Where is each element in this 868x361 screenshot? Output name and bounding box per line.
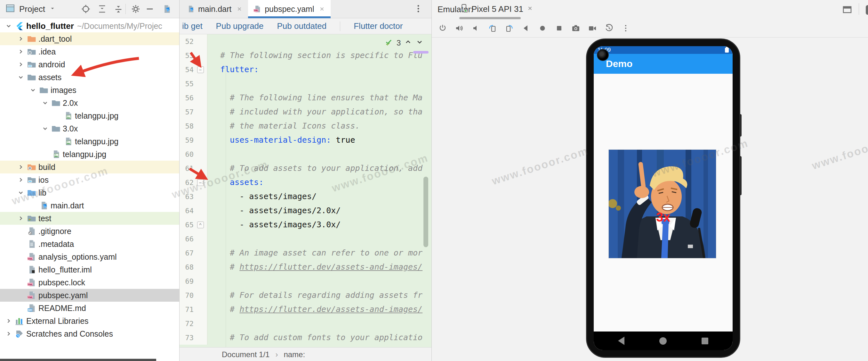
project-pane-icon[interactable] [5, 3, 16, 15]
chevron-right-icon[interactable] [16, 61, 26, 68]
code-line-59[interactable]: 59 uses-material-design: true [180, 133, 431, 147]
code-line-72[interactable]: 72 [180, 316, 431, 331]
window-mode-icon[interactable] [842, 4, 852, 16]
tree-item-telangpu-jpg[interactable]: telangpu.jpg [0, 109, 179, 122]
chevron-right-icon[interactable] [16, 48, 26, 55]
power-icon[interactable] [438, 24, 447, 33]
action-flutter-doctor[interactable]: Flutter doctor [354, 21, 403, 31]
collapse-all-icon[interactable] [113, 4, 124, 14]
code-line-65[interactable]: 65^ - assets/images/3.0x/ [180, 218, 431, 232]
code-text[interactable]: # https://flutter.dev/assets-and-images/ [207, 302, 431, 316]
code-text[interactable]: uses-material-design: true [207, 133, 431, 147]
emulator-device-tab[interactable]: Pixel 5 API 31 [459, 1, 533, 17]
overview-icon[interactable] [555, 24, 564, 33]
code-line-61[interactable]: 61 # To add assets to your application, … [180, 161, 431, 175]
code-line-66[interactable]: 66 [180, 232, 431, 246]
chevron-down-icon[interactable] [40, 125, 51, 132]
tree-item-pubspec-yaml[interactable]: YMLpubspec.yaml [0, 289, 179, 302]
code-line-55[interactable]: 55 [180, 77, 431, 91]
code-editor[interactable]: 5253# The following section is specific … [180, 34, 431, 347]
fold-collapse-icon[interactable]: − [197, 179, 204, 186]
panel-splitter[interactable] [179, 0, 180, 361]
code-line-56[interactable]: 56 # The following line ensures that the… [180, 91, 431, 105]
code-line-71[interactable]: 71 # https://flutter.dev/assets-and-imag… [180, 302, 431, 316]
code-text[interactable]: # https://flutter.dev/assets-and-images/ [207, 260, 431, 274]
tree-item-images[interactable]: images [0, 84, 179, 96]
code-text[interactable]: - assets/images/2.0x/ [207, 203, 431, 218]
tree-item-scratches-and-consoles[interactable]: Scratches and Consoles [0, 327, 179, 340]
chevron-down-icon[interactable] [415, 38, 424, 48]
tree-item-3-0x[interactable]: 3.0x [0, 122, 179, 135]
code-text[interactable]: # To add custom fonts to your applicatio [207, 331, 431, 345]
editor-scrollbar[interactable] [424, 177, 428, 247]
chevron-down-icon[interactable] [40, 99, 51, 107]
tree-item-lib[interactable]: lib [0, 186, 179, 199]
code-text[interactable]: assets: [207, 175, 431, 190]
code-text[interactable]: flutter: [207, 62, 431, 77]
code-text[interactable]: # For details regarding adding assets fr [207, 288, 431, 302]
tree-item-ios[interactable]: ios [0, 173, 179, 186]
chevron-right-icon[interactable] [16, 176, 26, 184]
volume-up-icon[interactable] [455, 24, 464, 33]
close-icon[interactable] [318, 5, 326, 12]
action-pub-upgrade[interactable]: Pub upgrade [216, 21, 264, 31]
code-text[interactable]: # The following section is specific to F… [207, 48, 431, 62]
chevron-down-icon[interactable] [28, 86, 38, 94]
code-line-63[interactable]: 63 - assets/images/ [180, 190, 431, 203]
code-line-68[interactable]: 68 # https://flutter.dev/assets-and-imag… [180, 260, 431, 274]
home-icon[interactable] [538, 24, 547, 33]
chevron-up-icon[interactable] [404, 38, 412, 48]
nav-back-button[interactable] [618, 337, 624, 345]
chevron-right-icon[interactable] [3, 330, 14, 338]
fold-collapse-icon[interactable]: − [197, 66, 204, 73]
code-line-70[interactable]: 70 # For details regarding adding assets… [180, 288, 431, 302]
chevron-right-icon[interactable] [3, 317, 14, 325]
breadcrumb-node[interactable]: name: [284, 350, 305, 359]
action-pub-outdated[interactable]: Pub outdated [277, 21, 327, 31]
scroll-from-source-icon[interactable] [162, 4, 172, 14]
tree-item--idea[interactable]: .idea [0, 45, 179, 58]
hide-panel-icon[interactable] [145, 4, 155, 14]
tree-item-telangpu-jpg[interactable]: telangpu.jpg [0, 148, 179, 161]
project-horizontal-scrollbar[interactable] [0, 359, 156, 361]
more-vertical-icon[interactable] [413, 4, 423, 15]
more-icon[interactable] [621, 24, 630, 33]
tree-item-telangpu-jpg[interactable]: telangpu.jpg [0, 135, 179, 148]
code-text[interactable] [207, 316, 431, 331]
screenshot-icon[interactable] [571, 24, 580, 33]
code-line-57[interactable]: 57 # included with your application, so … [180, 105, 431, 119]
close-icon[interactable] [236, 5, 243, 12]
editor-tab-pubspec-yaml[interactable]: YMLpubspec.yaml [248, 0, 331, 18]
rotate-left-icon[interactable] [488, 24, 497, 33]
chevron-right-icon[interactable] [16, 163, 26, 171]
tree-item-test[interactable]: test [0, 212, 179, 225]
tree-item-analysis-options-yaml[interactable]: YMLanalysis_options.yaml [0, 250, 179, 263]
nav-home-button[interactable] [659, 337, 667, 345]
rotate-right-icon[interactable] [505, 24, 514, 33]
code-text[interactable]: # An image asset can refer to one or mor [207, 246, 431, 260]
chevron-down-icon[interactable] [16, 74, 26, 81]
code-text[interactable]: - assets/images/ [207, 190, 431, 203]
editor-tab-main-dart[interactable]: main.dart [182, 0, 248, 18]
code-text[interactable] [207, 147, 431, 161]
settings-gear-icon[interactable] [131, 4, 141, 14]
code-text[interactable] [207, 232, 431, 246]
code-line-60[interactable]: 60 [180, 147, 431, 161]
screen-record-icon[interactable] [588, 24, 597, 33]
chevron-right-icon[interactable] [16, 35, 26, 43]
code-line-54[interactable]: 54−flutter: [180, 62, 431, 77]
fold-end-icon[interactable]: ^ [197, 222, 204, 228]
tree-item-pubspec-lock[interactable]: YMLpubspec.lock [0, 276, 179, 289]
tree-item-readme-md[interactable]: MDREADME.md [0, 302, 179, 314]
tree-item--gitignore[interactable]: .gitignore [0, 225, 179, 238]
back-icon[interactable] [521, 24, 530, 33]
code-text[interactable]: # The following line ensures that the Ma [207, 91, 431, 105]
breadcrumb-document[interactable]: Document 1/1 [222, 350, 270, 359]
code-line-69[interactable]: 69 [180, 274, 431, 288]
code-text[interactable]: # included with your application, so tha [207, 105, 431, 119]
tree-item-assets[interactable]: assets [0, 71, 179, 84]
code-text[interactable] [207, 77, 431, 91]
code-line-62[interactable]: 62− assets: [180, 175, 431, 190]
tree-item-external-libraries[interactable]: External Libraries [0, 314, 179, 327]
nav-overview-button[interactable] [702, 338, 708, 344]
